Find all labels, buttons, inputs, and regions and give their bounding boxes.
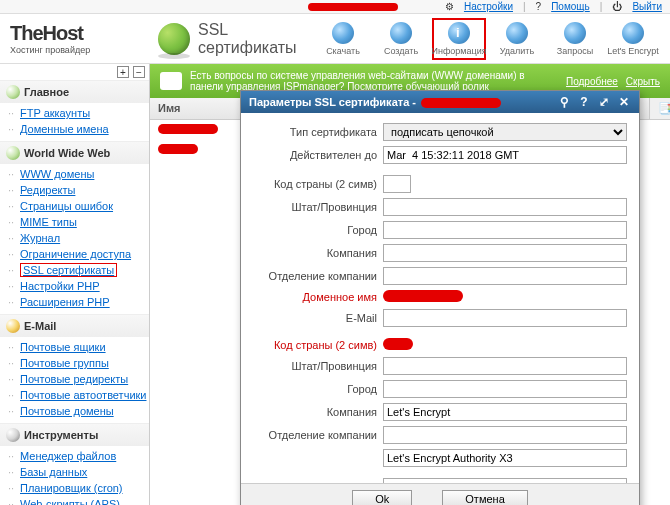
sidebar-link[interactable]: Ограничение доступа xyxy=(20,248,131,260)
label-company: Компания xyxy=(253,247,383,259)
redacted-cell xyxy=(158,124,218,134)
sidebar-link[interactable]: Менеджер файлов xyxy=(20,450,116,462)
main: Есть вопросы по системе управления web-с… xyxy=(150,64,670,505)
sidebar-item[interactable]: Базы данных xyxy=(4,464,149,480)
sidebar-link[interactable]: Расширения PHP xyxy=(20,296,110,308)
label-dept2: Отделение компании xyxy=(253,429,383,441)
label-city2: Город xyxy=(253,383,383,395)
sidebar-link[interactable]: Доменные имена xyxy=(20,123,109,135)
sidebar-item[interactable]: SSL сертификаты xyxy=(4,262,149,278)
close-icon[interactable]: ✕ xyxy=(617,95,631,109)
sidebar-item[interactable]: Почтовые автоответчики xyxy=(4,387,149,403)
sidebar-minus-icon[interactable]: − xyxy=(133,66,145,78)
sidebar-item[interactable]: Планировщик (cron) xyxy=(4,480,149,496)
state-input-2[interactable] xyxy=(383,357,627,375)
sidebar-link[interactable]: WWW домены xyxy=(20,168,94,180)
sidebar-link[interactable]: Почтовые редиректы xyxy=(20,373,128,385)
modal-title-bar[interactable]: Параметры SSL сертификата - ⚲ ? ⤢ ✕ xyxy=(241,91,639,113)
help-icon[interactable]: ? xyxy=(577,95,591,109)
toolbar-icon xyxy=(564,22,586,44)
banner-hide-link[interactable]: Скрыть xyxy=(626,76,660,87)
sidebar-link[interactable]: Журнал xyxy=(20,232,60,244)
toolbar-label: Запросы xyxy=(557,46,593,56)
sidebar-group-head[interactable]: E-Mail xyxy=(0,315,149,337)
logout-icon: ⏻ xyxy=(612,1,622,12)
label-email2: E-Mail xyxy=(253,481,383,483)
email-input-2[interactable] xyxy=(383,478,627,483)
dept-input[interactable] xyxy=(383,267,627,285)
dept-input-2[interactable] xyxy=(383,426,627,444)
sidebar-link[interactable]: Базы данных xyxy=(20,466,87,478)
help-link[interactable]: Помощь xyxy=(551,1,590,12)
sidebar-item[interactable]: Ограничение доступа xyxy=(4,246,149,262)
sidebar-item[interactable]: Журнал xyxy=(4,230,149,246)
sidebar-item[interactable]: MIME типы xyxy=(4,214,149,230)
sidebar-link[interactable]: Почтовые группы xyxy=(20,357,109,369)
sidebar-link[interactable]: MIME типы xyxy=(20,216,77,228)
dept-input-3[interactable] xyxy=(383,449,627,467)
redacted-domain xyxy=(383,290,463,302)
sidebar-link[interactable]: FTP аккаунты xyxy=(20,107,90,119)
cancel-button[interactable]: Отмена xyxy=(442,490,527,505)
sidebar-item[interactable]: Настройки PHP xyxy=(4,278,149,294)
pin-icon[interactable]: ⚲ xyxy=(557,95,571,109)
label-state2: Штат/Провинция xyxy=(253,360,383,372)
redacted-country xyxy=(383,338,413,350)
sidebar-item[interactable]: Почтовые группы xyxy=(4,355,149,371)
sidebar-link[interactable]: Почтовые автоответчики xyxy=(20,389,146,401)
page-title: SSL сертификаты xyxy=(198,21,308,57)
cert-type-select[interactable]: подписать цепочкой xyxy=(383,123,627,141)
sidebar-group-head[interactable]: Главное xyxy=(0,81,149,103)
sidebar-link[interactable]: Почтовые ящики xyxy=(20,341,106,353)
sidebar-link[interactable]: SSL сертификаты xyxy=(20,263,117,277)
label-city: Город xyxy=(253,224,383,236)
city-input[interactable] xyxy=(383,221,627,239)
toolbar-запросы[interactable]: Запросы xyxy=(548,18,602,60)
sidebar-item[interactable]: Менеджер файлов xyxy=(4,448,149,464)
state-input[interactable] xyxy=(383,198,627,216)
sidebar-link[interactable]: Web-скрипты (APS) xyxy=(20,498,120,505)
sidebar-item[interactable]: Почтовые ящики xyxy=(4,339,149,355)
sidebar-item[interactable]: FTP аккаунты xyxy=(4,105,149,121)
sidebar-item[interactable]: Почтовые редиректы xyxy=(4,371,149,387)
col-tools[interactable]: 📑 xyxy=(650,98,670,119)
sidebar-item[interactable]: Почтовые домены xyxy=(4,403,149,419)
sidebar-link[interactable]: Страницы ошибок xyxy=(20,200,113,212)
label-state: Штат/Провинция xyxy=(253,201,383,213)
group-icon xyxy=(6,428,20,442)
sidebar-item[interactable]: Расширения PHP xyxy=(4,294,149,310)
company-input[interactable] xyxy=(383,244,627,262)
company-input-2[interactable] xyxy=(383,403,627,421)
toolbar-удалить[interactable]: Удалить xyxy=(490,18,544,60)
label-company2: Компания xyxy=(253,406,383,418)
sidebar-link[interactable]: Настройки PHP xyxy=(20,280,100,292)
country-input[interactable] xyxy=(383,175,411,193)
sidebar-item[interactable]: Web-скрипты (APS) xyxy=(4,496,149,505)
sidebar-item[interactable]: Редиректы xyxy=(4,182,149,198)
city-input-2[interactable] xyxy=(383,380,627,398)
sidebar-link[interactable]: Почтовые домены xyxy=(20,405,114,417)
toolbar-let's encrypt[interactable]: Let's Encrypt xyxy=(606,18,660,60)
sidebar-link[interactable]: Планировщик (cron) xyxy=(20,482,123,494)
valid-until-input[interactable] xyxy=(383,146,627,164)
toolbar-создать[interactable]: Создать xyxy=(374,18,428,60)
sidebar-link[interactable]: Редиректы xyxy=(20,184,75,196)
sidebar-item[interactable]: WWW домены xyxy=(4,166,149,182)
sidebar-item[interactable]: Страницы ошибок xyxy=(4,198,149,214)
label-valid-until: Действителен до xyxy=(253,149,383,161)
sidebar-group-head[interactable]: World Wide Web xyxy=(0,142,149,164)
email-input[interactable] xyxy=(383,309,627,327)
group-title: World Wide Web xyxy=(24,147,110,159)
logout-link[interactable]: Выйти xyxy=(632,1,662,12)
ok-button[interactable]: Ok xyxy=(352,490,412,505)
settings-link[interactable]: Настройки xyxy=(464,1,513,12)
toolbar-информация[interactable]: Информация xyxy=(432,18,486,60)
label-email: E-Mail xyxy=(253,312,383,324)
toolbar-icon xyxy=(622,22,644,44)
sidebar-group-head[interactable]: Инструменты xyxy=(0,424,149,446)
expand-icon[interactable]: ⤢ xyxy=(597,95,611,109)
sidebar-plus-icon[interactable]: + xyxy=(117,66,129,78)
toolbar-скачать[interactable]: Скачать xyxy=(316,18,370,60)
sidebar-item[interactable]: Доменные имена xyxy=(4,121,149,137)
banner-more-link[interactable]: Подробнее xyxy=(566,76,618,87)
